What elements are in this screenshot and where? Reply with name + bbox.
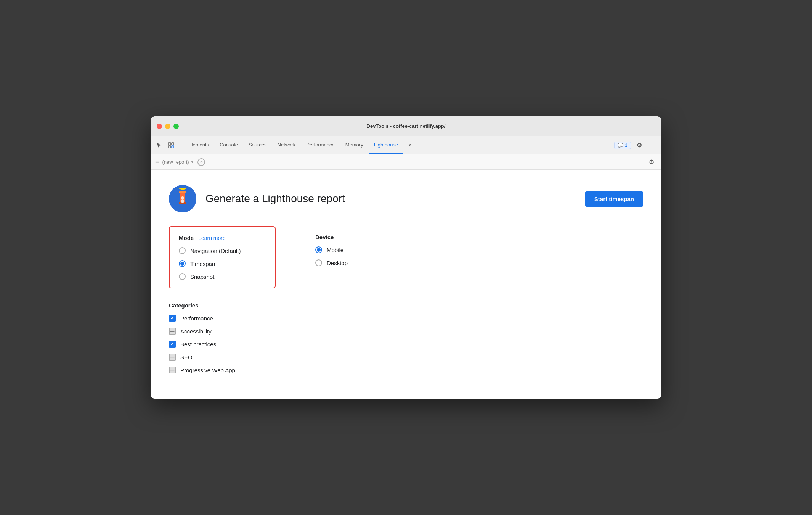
cursor-icon[interactable]: [154, 140, 164, 151]
radio-snapshot-icon: [179, 273, 186, 280]
device-title: Device: [315, 234, 334, 240]
inspect-icon[interactable]: [166, 140, 177, 151]
cancel-report-button[interactable]: ⊘: [197, 158, 205, 166]
svg-rect-0: [168, 143, 171, 145]
device-section: Device Mobile Desktop: [306, 226, 398, 288]
checkbox-accessibility: [169, 328, 176, 335]
radio-desktop-icon: [315, 259, 322, 266]
mode-title: Mode: [179, 235, 194, 241]
radio-timespan-icon: [179, 260, 186, 267]
more-options-icon[interactable]: ⋮: [648, 140, 658, 151]
checkbox-pwa: [169, 367, 176, 373]
tab-lighthouse[interactable]: Lighthouse: [369, 136, 404, 154]
main-content: Generate a Lighthouse report Start times…: [151, 170, 661, 399]
category-best-practices[interactable]: Best practices: [169, 341, 643, 348]
device-desktop[interactable]: Desktop: [315, 259, 388, 266]
header-left: Generate a Lighthouse report: [169, 185, 345, 212]
mode-device-row: Mode Learn more Navigation (Default) Tim…: [169, 226, 643, 288]
header-row: Generate a Lighthouse report Start times…: [169, 185, 643, 212]
radio-mobile-icon: [315, 246, 322, 253]
report-dropdown[interactable]: (new report) ▼: [162, 159, 194, 165]
checkbox-performance: [169, 315, 176, 322]
close-button[interactable]: [157, 124, 162, 129]
categories-title: Categories: [169, 302, 643, 309]
mode-radio-group: Navigation (Default) Timespan Snapshot: [179, 247, 266, 280]
toolbar-icons: [154, 140, 181, 151]
maximize-button[interactable]: [173, 124, 179, 129]
tab-sources[interactable]: Sources: [243, 136, 272, 154]
titlebar: DevTools - coffee-cart.netlify.app/: [151, 116, 661, 136]
mode-snapshot[interactable]: Snapshot: [179, 273, 266, 280]
learn-more-link[interactable]: Learn more: [198, 235, 226, 241]
checkbox-best-practices: [169, 341, 176, 348]
category-pwa[interactable]: Progressive Web App: [169, 367, 643, 373]
svg-point-9: [181, 196, 184, 200]
tab-performance[interactable]: Performance: [301, 136, 340, 154]
categories-section: Categories Performance Accessibility Bes…: [169, 302, 643, 373]
tabs: Elements Console Sources Network Perform…: [183, 136, 417, 154]
category-accessibility[interactable]: Accessibility: [169, 328, 643, 335]
device-mobile[interactable]: Mobile: [315, 246, 388, 253]
checkbox-seo: [169, 354, 176, 360]
lighthouse-logo: [169, 185, 196, 212]
svg-rect-3: [172, 146, 174, 148]
devtools-window: DevTools - coffee-cart.netlify.app/ Elem: [151, 116, 661, 399]
report-settings-icon[interactable]: ⚙: [646, 157, 657, 167]
dropdown-arrow-icon: ▼: [191, 160, 194, 164]
tab-console[interactable]: Console: [214, 136, 243, 154]
devtools-toolbar: Elements Console Sources Network Perform…: [151, 136, 661, 154]
settings-icon[interactable]: ⚙: [634, 140, 645, 151]
window-controls: [157, 124, 179, 129]
minimize-button[interactable]: [165, 124, 170, 129]
device-radio-group: Mobile Desktop: [315, 246, 388, 266]
svg-rect-2: [168, 146, 171, 148]
page-title: Generate a Lighthouse report: [205, 193, 345, 205]
tab-elements[interactable]: Elements: [183, 136, 214, 154]
mode-timespan[interactable]: Timespan: [179, 260, 266, 267]
mode-header: Mode Learn more: [179, 235, 266, 241]
mode-navigation[interactable]: Navigation (Default): [179, 247, 266, 254]
device-header: Device: [315, 234, 388, 240]
tab-more[interactable]: »: [403, 136, 417, 154]
category-performance[interactable]: Performance: [169, 315, 643, 322]
report-bar: + (new report) ▼ ⊘ ⚙: [151, 154, 661, 170]
radio-navigation-icon: [179, 247, 186, 254]
mode-section: Mode Learn more Navigation (Default) Tim…: [169, 226, 276, 288]
svg-rect-10: [181, 200, 184, 203]
add-report-button[interactable]: +: [155, 159, 159, 166]
tab-memory[interactable]: Memory: [340, 136, 369, 154]
category-list: Performance Accessibility Best practices…: [169, 315, 643, 373]
window-title: DevTools - coffee-cart.netlify.app/: [367, 123, 446, 129]
category-seo[interactable]: SEO: [169, 354, 643, 360]
report-settings: ⚙: [646, 157, 657, 167]
svg-rect-1: [172, 143, 174, 145]
start-timespan-button[interactable]: Start timespan: [585, 191, 643, 207]
toolbar-right: 💬 1 ⚙ ⋮: [614, 140, 658, 151]
svg-rect-6: [179, 191, 186, 193]
feedback-badge[interactable]: 💬 1: [614, 142, 631, 149]
tab-network[interactable]: Network: [272, 136, 301, 154]
